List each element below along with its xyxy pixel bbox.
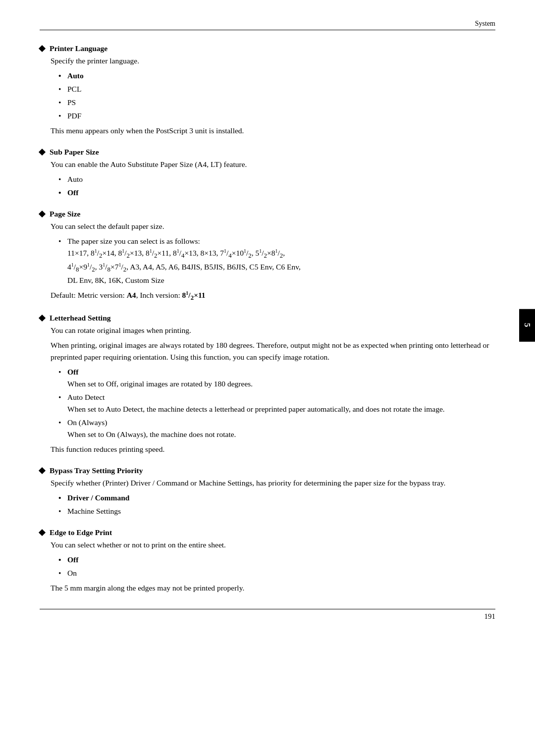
- page-number: 191: [484, 612, 496, 621]
- list-item: Driver / Command: [58, 492, 495, 504]
- bypass-tray-list: Driver / Command Machine Settings: [58, 492, 495, 517]
- bottom-bar: 191: [40, 609, 495, 621]
- list-item: Auto: [58, 173, 495, 185]
- printer-language-title: Printer Language: [40, 44, 495, 53]
- chapter-tab: 5: [519, 309, 535, 342]
- list-item: Machine Settings: [58, 505, 495, 517]
- diamond-icon: [39, 467, 46, 474]
- list-item: On: [58, 567, 495, 579]
- section-printer-language: Printer Language Specify the printer lan…: [40, 44, 495, 137]
- list-item: Auto Detect When set to Auto Detect, the…: [58, 391, 495, 415]
- list-item: PS: [58, 97, 495, 108]
- page-size-desc: You can select the default paper size.: [51, 220, 495, 232]
- list-item: PDF: [58, 110, 495, 122]
- diamond-icon: [39, 149, 46, 156]
- edge-to-edge-title: Edge to Edge Print: [40, 528, 495, 537]
- letterhead-note: This function reduces printing speed.: [51, 443, 495, 455]
- section-bypass-tray: Bypass Tray Setting Priority Specify whe…: [40, 466, 495, 517]
- diamond-icon: [39, 315, 46, 322]
- sub-paper-size-list: Auto Off: [58, 173, 495, 199]
- page-size-list: The paper size you can select is as foll…: [58, 235, 495, 286]
- page-size-title: Page Size: [40, 210, 495, 218]
- letterhead-title: Letterhead Setting: [40, 314, 495, 323]
- list-item: Auto: [58, 70, 495, 82]
- bypass-tray-title: Bypass Tray Setting Priority: [40, 466, 495, 475]
- page-container: System Printer Language Specify the prin…: [0, 0, 535, 650]
- sub-paper-size-desc: You can enable the Auto Substitute Paper…: [51, 159, 495, 170]
- printer-language-desc: Specify the printer language.: [51, 55, 495, 67]
- list-item: On (Always) When set to On (Always), the…: [58, 417, 495, 440]
- list-item: The paper size you can select is as foll…: [58, 235, 495, 286]
- page-size-default: Default: Metric version: A4, Inch versio…: [51, 289, 495, 303]
- header-system-label: System: [475, 20, 495, 28]
- list-item: Off When set to Off, original images are…: [58, 366, 495, 390]
- bypass-tray-desc: Specify whether (Printer) Driver / Comma…: [51, 477, 495, 489]
- list-item: Off: [58, 554, 495, 566]
- section-edge-to-edge: Edge to Edge Print You can select whethe…: [40, 528, 495, 594]
- diamond-icon: [39, 211, 46, 217]
- edge-to-edge-list: Off On: [58, 554, 495, 579]
- diamond-icon: [39, 45, 46, 52]
- edge-to-edge-note: The 5 mm margin along the edges may not …: [51, 582, 495, 594]
- letterhead-desc2: When printing, original images are alway…: [51, 339, 495, 363]
- diamond-icon: [39, 529, 46, 536]
- list-item: PCL: [58, 83, 495, 95]
- sub-paper-size-title: Sub Paper Size: [40, 148, 495, 157]
- section-page-size: Page Size You can select the default pap…: [40, 210, 495, 303]
- printer-language-list: Auto PCL PS PDF: [58, 70, 495, 122]
- top-bar: System: [40, 20, 495, 30]
- section-letterhead: Letterhead Setting You can rotate origin…: [40, 314, 495, 455]
- letterhead-desc1: You can rotate original images when prin…: [51, 324, 495, 336]
- section-sub-paper-size: Sub Paper Size You can enable the Auto S…: [40, 148, 495, 199]
- printer-language-note: This menu appears only when the PostScri…: [51, 125, 495, 137]
- list-item: Off: [58, 187, 495, 199]
- letterhead-list: Off When set to Off, original images are…: [58, 366, 495, 440]
- edge-to-edge-desc: You can select whether or not to print o…: [51, 539, 495, 551]
